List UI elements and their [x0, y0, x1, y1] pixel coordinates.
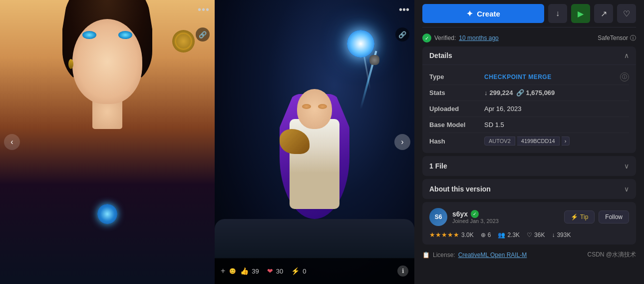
verified-bar: ✓ Verified: 10 months ago SafeTensor ⓘ: [422, 32, 636, 46]
prev-image-button[interactable]: ‹: [4, 134, 20, 150]
author-downloads-count: 393K: [557, 232, 571, 238]
files-title: 1 File: [429, 162, 447, 170]
link-count: 1,675,069: [526, 89, 555, 96]
tip-icon: ⚡: [571, 214, 578, 220]
reaction-separator: 😊: [229, 268, 236, 274]
sidebar-panel: ✦ Create ↓ ▶ ↗ ♡ ✓ Verified: 10 months a…: [414, 0, 644, 284]
base-model-label: Base Model: [429, 121, 484, 128]
rating-stat: ★★★★★ 3.0K: [429, 231, 474, 238]
image-link-button[interactable]: 🔗: [196, 28, 210, 42]
details-header[interactable]: Details ∧: [422, 46, 636, 65]
image-info-button[interactable]: ℹ: [397, 266, 408, 276]
secondary-image-link-button[interactable]: 🔗: [395, 28, 409, 42]
models-icon: ⊕: [481, 232, 486, 238]
secondary-image-options-button[interactable]: •••: [399, 4, 409, 16]
author-top: S6 s6yx ✓ Joined Jan 3, 2023 ⚡ Tip Fol: [429, 208, 629, 226]
uploaded-label: Uploaded: [429, 105, 484, 112]
heart-count: 30: [276, 268, 283, 275]
models-stat: ⊕ 6: [481, 232, 491, 238]
secondary-image-panel: ••• 🔗 › + 😊 👍 39 ❤ 30 ⚡ 0 ℹ: [215, 0, 414, 284]
link-stat: 🔗 1,675,069: [516, 89, 555, 96]
hash-code: 4199BCDD14: [517, 136, 560, 146]
stars-icon: ★★★★★: [429, 231, 459, 238]
share-icon: ↗: [601, 9, 607, 18]
heart-emoji[interactable]: ❤: [267, 267, 273, 275]
download-button[interactable]: ↓: [548, 4, 567, 23]
download-stat: ↓ 299,224: [484, 89, 513, 96]
author-verified-icon: ✓: [471, 210, 479, 218]
verified-icon: ✓: [422, 34, 431, 42]
license-icon: 📋: [422, 252, 430, 258]
author-downloads-stat: ↓ 393K: [552, 232, 571, 238]
bolt-emoji[interactable]: ⚡: [291, 267, 300, 275]
verified-time-link[interactable]: 10 months ago: [459, 34, 498, 42]
verified-left: ✓ Verified: 10 months ago: [422, 34, 499, 42]
author-stats: ★★★★★ 3.0K ⊕ 6 👥 2.3K ♡ 36K ↓ 393K: [429, 231, 629, 238]
left-image-panel: ••• 🔗 ‹: [0, 0, 215, 284]
next-image-button[interactable]: ›: [394, 134, 410, 150]
author-details: s6yx ✓ Joined Jan 3, 2023: [452, 210, 499, 224]
author-actions: ⚡ Tip Follow: [564, 210, 629, 224]
safetensor-info-icon[interactable]: ⓘ: [630, 34, 636, 42]
files-section: 1 File ∨: [422, 156, 636, 176]
like-button[interactable]: ♡: [617, 4, 636, 23]
likes-stat: ♡ 36K: [527, 232, 545, 238]
add-reaction-button[interactable]: +: [221, 266, 225, 276]
about-header[interactable]: About this version ∨: [422, 179, 636, 199]
details-chevron-icon: ∧: [624, 52, 629, 60]
hash-copy-button[interactable]: ›: [562, 136, 570, 146]
type-info-icon[interactable]: ⓘ: [620, 72, 629, 82]
hash-algo: AUTOV2: [484, 136, 515, 146]
license-prefix: License:: [433, 252, 455, 258]
bolt-count: 0: [303, 268, 306, 275]
stats-value: ↓ 299,224 🔗 1,675,069: [484, 89, 629, 96]
license-bar: 📋 License: CreativeML Open RAIL-M CSDN @…: [422, 248, 636, 262]
link-stat-icon: 🔗: [516, 89, 524, 96]
base-model-value: SD 1.5: [484, 121, 629, 128]
likes-count: 36K: [534, 232, 545, 238]
play-button[interactable]: ▶: [571, 4, 590, 23]
author-card: S6 s6yx ✓ Joined Jan 3, 2023 ⚡ Tip Fol: [422, 202, 636, 244]
hash-value: AUTOV2 4199BCDD14 ›: [484, 136, 629, 146]
files-header[interactable]: 1 File ∨: [422, 156, 636, 176]
download-count: 299,224: [490, 89, 513, 96]
details-grid: Type CHECKPOINT MERGE ⓘ Stats ↓ 299,224: [422, 65, 636, 153]
author-info: S6 s6yx ✓ Joined Jan 3, 2023: [429, 208, 499, 226]
share-button[interactable]: ↗: [594, 4, 613, 23]
stats-label: Stats: [429, 89, 484, 96]
about-chevron-icon: ∨: [624, 185, 629, 193]
type-label: Type: [429, 73, 484, 80]
image-options-button[interactable]: •••: [198, 4, 210, 16]
type-value: CHECKPOINT MERGE ⓘ: [484, 72, 629, 82]
uploaded-value: Apr 16, 2023: [484, 105, 629, 112]
download-icon: ↓: [556, 9, 560, 18]
license-link[interactable]: CreativeML Open RAIL-M: [458, 252, 527, 258]
heart-icon: ♡: [623, 9, 630, 18]
right-section: ••• 🔗 › + 😊 👍 39 ❤ 30 ⚡ 0 ℹ ✦ Create ↓ ▶: [215, 0, 644, 284]
likes-icon: ♡: [527, 232, 532, 238]
followers-stat: 👥 2.3K: [498, 232, 520, 238]
download-stat-icon: ↓: [484, 89, 488, 96]
play-icon: ▶: [578, 9, 584, 18]
hash-row: Hash AUTOV2 4199BCDD14 ›: [429, 133, 629, 149]
tip-button[interactable]: ⚡ Tip: [564, 210, 595, 224]
verified-label: Verified:: [434, 34, 456, 42]
type-badge-button[interactable]: CHECKPOINT MERGE: [484, 74, 552, 80]
hash-label: Hash: [429, 138, 484, 145]
rating-count: 3.0K: [461, 232, 474, 238]
stats-row: Stats ↓ 299,224 🔗 1,675,069: [429, 85, 629, 101]
follow-button[interactable]: Follow: [599, 210, 629, 224]
author-avatar[interactable]: S6: [429, 208, 447, 226]
thumbs-emoji[interactable]: 👍: [240, 267, 249, 275]
author-joined: Joined Jan 3, 2023: [452, 218, 499, 224]
create-button[interactable]: ✦ Create: [422, 4, 544, 23]
top-action-bar: ✦ Create ↓ ▶ ↗ ♡: [422, 0, 636, 28]
hash-box: AUTOV2 4199BCDD14 ›: [484, 136, 570, 146]
details-section: Details ∧ Type CHECKPOINT MERGE ⓘ Stats: [422, 46, 636, 153]
base-model-row: Base Model SD 1.5: [429, 117, 629, 133]
safetensor-label: SafeTensor: [598, 34, 628, 42]
about-title: About this version: [429, 185, 491, 193]
author-name[interactable]: s6yx: [452, 210, 468, 218]
details-title: Details: [429, 52, 452, 60]
uploaded-row: Uploaded Apr 16, 2023: [429, 101, 629, 117]
